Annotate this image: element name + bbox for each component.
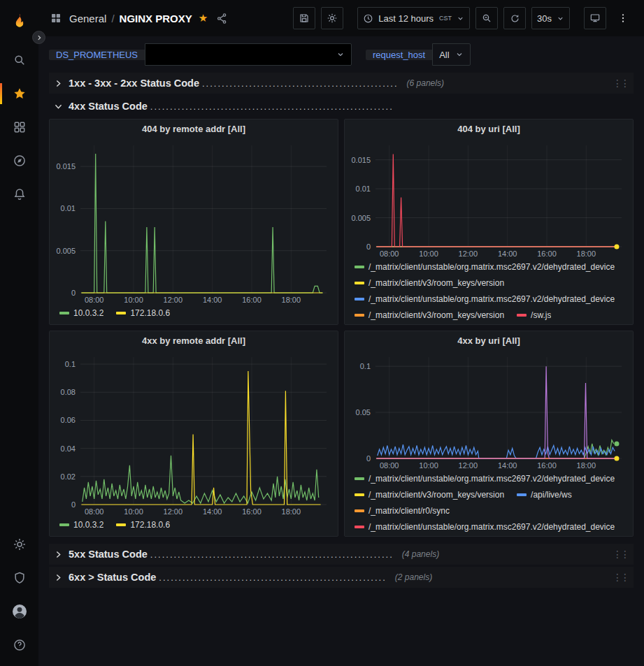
legend-item[interactable]: /_matrix/client/v3/room_keys/version — [355, 489, 504, 500]
legend-item[interactable]: /_matrix/client/unstable/org.matrix.msc2… — [355, 294, 615, 304]
server-admin-button[interactable] — [0, 561, 38, 595]
starred-dashboards-button[interactable] — [0, 77, 38, 110]
legend-item[interactable]: /_matrix/client/v3/room_keys/version — [355, 277, 504, 288]
legend-item[interactable]: 172.18.0.6 — [116, 519, 170, 530]
sidebar-expand-button[interactable] — [32, 31, 45, 44]
svg-text:08:00: 08:00 — [85, 296, 104, 304]
svg-text:14:00: 14:00 — [498, 461, 517, 470]
row-title: 6xx > Status Code — [69, 572, 156, 583]
user-avatar-button[interactable] — [0, 595, 38, 628]
save-icon — [299, 13, 310, 24]
legend-series-label: /_matrix/client/unstable/org.matrix.msc2… — [368, 294, 615, 304]
chevron-right-icon — [52, 573, 64, 582]
legend-series-label: /_matrix/client/r0/sync — [368, 506, 450, 516]
svg-text:0: 0 — [366, 242, 371, 251]
time-range-picker[interactable]: Last 12 hours CST — [357, 7, 470, 29]
legend-series-label: /_matrix/client/v3/room_keys/version — [368, 310, 504, 320]
svg-text:0: 0 — [71, 289, 76, 297]
share-icon[interactable] — [216, 13, 228, 24]
legend-item[interactable]: /_matrix/client/v3/room_keys/version — [355, 310, 504, 320]
dashboards-button[interactable] — [0, 110, 38, 144]
svg-text:14:00: 14:00 — [203, 507, 222, 516]
kebab-menu-button[interactable] — [612, 7, 634, 29]
legend-series-label: 10.0.3.2 — [73, 308, 103, 318]
explore-button[interactable] — [0, 144, 38, 178]
legend-item[interactable]: /sw.js — [517, 310, 551, 320]
panel-title[interactable]: 4xx by uri [All] — [345, 331, 633, 351]
svg-text:14:00: 14:00 — [203, 296, 222, 304]
save-dashboard-button[interactable] — [293, 7, 315, 29]
variable-datasource-select[interactable] — [145, 43, 352, 66]
svg-text:16:00: 16:00 — [242, 296, 262, 304]
dashboard-settings-button[interactable] — [321, 7, 343, 29]
legend-series-marker — [116, 523, 126, 526]
legend-series-marker — [355, 314, 364, 317]
row-6xx-status-code[interactable]: 6xx > Status Code ......................… — [49, 567, 634, 588]
svg-text:18:00: 18:00 — [282, 296, 301, 304]
panel-title[interactable]: 4xx by remote addr [All] — [50, 331, 338, 351]
refresh-button[interactable] — [503, 7, 526, 29]
legend-item[interactable]: 172.18.0.6 — [116, 307, 170, 318]
legend-item[interactable]: /_matrix/client/unstable/org.matrix.msc2… — [355, 473, 615, 484]
variable-datasource-label[interactable]: DS_PROMETHEUS — [49, 50, 145, 60]
svg-text:12:00: 12:00 — [459, 249, 478, 258]
row-panel-count: (6 panels) — [407, 78, 444, 88]
help-button[interactable] — [0, 628, 38, 662]
legend-item[interactable]: /_matrix/client/unstable/org.matrix.msc2… — [355, 261, 615, 272]
time-series-chart[interactable]: 08:0010:0012:0014:0016:0018:0000.020.040… — [50, 351, 338, 517]
legend-item[interactable]: /_matrix/client/unstable/org.matrix.msc2… — [355, 521, 615, 532]
legend-series-marker — [116, 312, 126, 314]
svg-text:12:00: 12:00 — [459, 461, 478, 470]
favorite-star-icon[interactable]: ★ — [199, 12, 208, 24]
variable-request-host-select[interactable]: All — [432, 43, 470, 66]
legend-item[interactable]: /_matrix/client/r0/sync — [355, 505, 450, 516]
svg-text:0: 0 — [366, 454, 371, 463]
svg-text:0.005: 0.005 — [351, 214, 371, 222]
breadcrumb-section[interactable]: General — [69, 13, 106, 24]
row-drag-handle[interactable]: ⋮⋮ — [613, 572, 629, 583]
svg-text:0.1: 0.1 — [360, 362, 371, 370]
legend-item[interactable]: /api/live/ws — [517, 489, 572, 500]
svg-text:10:00: 10:00 — [124, 296, 143, 304]
legend-item[interactable]: 10.0.3.2 — [59, 519, 103, 530]
time-series-chart[interactable]: 08:0010:0012:0014:0016:0018:0000.0050.01… — [50, 139, 338, 305]
svg-text:10:00: 10:00 — [124, 507, 143, 516]
sidebar — [0, 0, 38, 666]
svg-text:0: 0 — [71, 500, 76, 509]
legend-item[interactable]: 10.0.3.2 — [59, 307, 103, 318]
row-drag-handle[interactable]: ⋮⋮ — [613, 549, 629, 560]
alerting-button[interactable] — [0, 178, 38, 211]
panel-title[interactable]: 404 by uri [All] — [345, 120, 633, 139]
svg-text:0.04: 0.04 — [61, 444, 76, 453]
row-1xx-3xx-2xx-status-code[interactable]: 1xx - 3xx - 2xx Status Code ............… — [49, 73, 634, 94]
zoom-out-button[interactable] — [475, 7, 498, 29]
time-series-chart[interactable]: 08:0010:0012:0014:0016:0018:0000.0050.01… — [345, 139, 633, 259]
server-admin-settings-button[interactable] — [0, 528, 38, 561]
panel-404-by-uri-all: 404 by uri [All]08:0010:0012:0014:0016:0… — [344, 119, 634, 325]
search-icon — [13, 53, 27, 67]
top-navbar: General / NGINX PROXY ★ Last 12 hours CS… — [38, 0, 644, 36]
svg-text:16:00: 16:00 — [242, 507, 262, 516]
panel-grid: 404 by remote addr [All]08:0010:0012:001… — [49, 119, 634, 537]
refresh-icon — [510, 13, 520, 24]
svg-text:0.08: 0.08 — [61, 388, 76, 396]
row-drag-handle[interactable]: ⋮⋮ — [613, 78, 629, 89]
time-series-chart[interactable]: 08:0010:0012:0014:0016:0018:0000.050.1 — [345, 351, 633, 471]
legend-series-marker — [355, 477, 364, 480]
svg-text:0.01: 0.01 — [356, 184, 371, 193]
kebab-icon — [617, 13, 629, 24]
tv-mode-button[interactable] — [584, 7, 606, 29]
svg-text:08:00: 08:00 — [85, 507, 104, 516]
dashboard-icon — [50, 12, 62, 24]
search-button[interactable] — [0, 43, 38, 77]
variable-request-host-label[interactable]: request_host — [366, 50, 432, 60]
row-title: 5xx Status Code — [69, 549, 148, 560]
refresh-interval-select[interactable]: 30s — [531, 7, 570, 29]
breadcrumb-title[interactable]: NGINX PROXY — [120, 13, 192, 24]
legend-series-label: /_matrix/client/unstable/org.matrix.msc2… — [368, 262, 615, 272]
row-5xx-status-code[interactable]: 5xx Status Code ........................… — [49, 544, 634, 565]
row-4xx-status-code[interactable]: 4xx Status Code ........................… — [49, 96, 634, 117]
svg-text:0.015: 0.015 — [351, 156, 371, 164]
panel-title[interactable]: 404 by remote addr [All] — [50, 120, 338, 139]
zoom-out-icon — [481, 13, 492, 24]
